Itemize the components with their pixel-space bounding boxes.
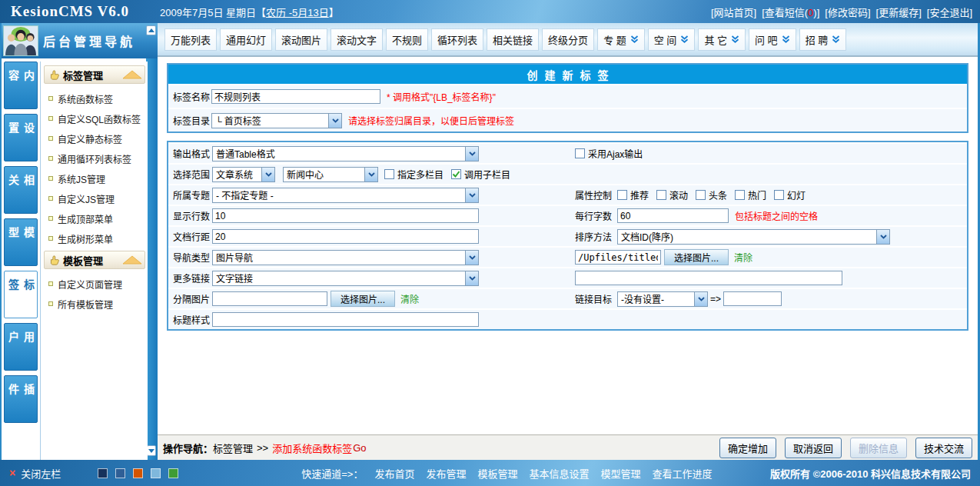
sidebar-tab-users[interactable]: 用户 xyxy=(4,323,38,371)
tag-directory-select[interactable]: └ 首页标签 xyxy=(211,113,342,128)
sidebar-tab-related[interactable]: 相关 xyxy=(4,166,38,214)
system-select[interactable]: 文章系统 xyxy=(212,167,275,182)
category-select[interactable]: 新闻中心 xyxy=(283,167,378,182)
link-target-value-input[interactable] xyxy=(723,291,782,306)
tab-space[interactable]: 空 间 xyxy=(648,28,696,51)
refresh-cache-link[interactable]: [更新缓存] xyxy=(876,5,922,19)
quick-link-publish-manage[interactable]: 发布管理 xyxy=(426,466,466,481)
choose-title-image-button[interactable]: 选择图片... xyxy=(664,249,729,265)
close-left-panel-button[interactable]: × 关闭左栏 xyxy=(9,466,61,481)
go-link[interactable]: Go xyxy=(353,442,366,454)
theme-swatch[interactable] xyxy=(133,468,143,478)
sidebar-tab-content[interactable]: 内容 xyxy=(4,62,38,109)
menu-item-custom-static-tags[interactable]: 自定义静态标签 xyxy=(43,128,146,148)
tag-name-input[interactable] xyxy=(211,89,380,104)
collapse-down-button[interactable] xyxy=(147,445,156,456)
tab-irregular[interactable]: 不规则 xyxy=(386,28,428,51)
quick-link-publish-home[interactable]: 发布首页 xyxy=(374,466,414,481)
sidebar-tab-settings[interactable]: 设置 xyxy=(4,114,38,161)
dropdown-arrow-icon xyxy=(694,292,707,306)
tag-directory-hint: 请选择标签归属目录，以便日后管理标签 xyxy=(348,114,514,127)
attr-scroll-checkbox[interactable] xyxy=(656,190,666,200)
sidebar-tab-tags[interactable]: 标签 xyxy=(4,271,38,318)
menu-item-system-js[interactable]: 系统JS管理 xyxy=(43,168,146,188)
site-home-link[interactable]: [网站首页] xyxy=(711,5,756,19)
menu-item-custom-page[interactable]: 自定义页面管理 xyxy=(43,274,146,294)
tech-support-button[interactable]: 技术交流 xyxy=(915,438,972,458)
ajax-output-checkbox[interactable] xyxy=(575,148,585,158)
quick-link-model-manage[interactable]: 模型管理 xyxy=(600,466,640,481)
menu-item-custom-js[interactable]: 自定义JS管理 xyxy=(43,188,146,208)
attr-hot-checkbox[interactable] xyxy=(735,190,745,200)
tab-ask[interactable]: 问 吧 xyxy=(749,28,796,51)
sort-method-select[interactable]: 文档ID(降序) xyxy=(617,229,890,245)
quick-link-template-manage[interactable]: 模板管理 xyxy=(477,466,517,481)
tab-universal-list[interactable]: 万能列表 xyxy=(164,28,217,51)
quick-link-basic-info[interactable]: 基本信息设置 xyxy=(529,466,589,481)
tab-pagination[interactable]: 终级分页 xyxy=(542,28,594,51)
add-system-tag-link[interactable]: 添加系统函数标签 xyxy=(272,441,352,455)
theme-swatch[interactable] xyxy=(151,468,161,478)
dropdown-arrow-icon xyxy=(465,188,478,202)
theme-swatch[interactable] xyxy=(115,468,125,478)
link-target-select[interactable]: -没有设置- xyxy=(617,291,708,307)
tab-topics[interactable]: 专 题 xyxy=(597,28,645,51)
quick-link-work-progress[interactable]: 查看工作进度 xyxy=(652,466,712,481)
menu-item-all-templates[interactable]: 所有模板管理 xyxy=(43,294,146,314)
chars-per-line-input[interactable] xyxy=(617,208,729,223)
more-link-select[interactable]: 文字链接 xyxy=(212,271,479,286)
output-format-select[interactable]: 普通Table格式 xyxy=(212,146,479,161)
display-rows-input[interactable] xyxy=(212,208,479,223)
attr-slide-checkbox[interactable] xyxy=(774,190,784,200)
tab-jobs[interactable]: 招 聘 xyxy=(799,28,847,51)
chars-per-line-label: 每行字数 xyxy=(575,209,617,222)
menu-item-system-function-tags[interactable]: 系统函数标签 xyxy=(43,88,146,108)
menu-item-tree-menu[interactable]: 生成树形菜单 xyxy=(43,228,146,248)
tab-related-links[interactable]: 相关链接 xyxy=(487,28,539,51)
view-messages-link[interactable]: [查看短信(0)] xyxy=(762,5,819,19)
output-format-label: 输出格式 xyxy=(168,147,212,160)
tab-scroll-images[interactable]: 滚动图片 xyxy=(275,28,327,51)
theme-swatch[interactable] xyxy=(98,468,108,478)
menu-section-template-management[interactable]: 模板管理 xyxy=(44,251,145,269)
more-link-url-input[interactable] xyxy=(575,271,842,285)
logout-link[interactable]: [安全退出] xyxy=(927,5,972,19)
theme-swatch[interactable] xyxy=(168,468,178,478)
line-spacing-input[interactable] xyxy=(212,229,479,244)
choose-separator-image-button[interactable]: 选择图片... xyxy=(331,291,395,307)
attr-recommend-checkbox[interactable] xyxy=(617,190,627,200)
menu-item-top-menu[interactable]: 生成顶部菜单 xyxy=(43,208,146,228)
sidebar-collapse-strip[interactable] xyxy=(146,58,158,460)
multi-category-checkbox[interactable] xyxy=(384,169,394,179)
menu-section-tag-management[interactable]: 标签管理 xyxy=(44,65,145,84)
sort-method-label: 排序方法 xyxy=(575,230,617,243)
sidebar-tab-plugins[interactable]: 插件 xyxy=(4,375,38,423)
title-image-path-input[interactable] xyxy=(575,250,661,265)
tab-slideshow[interactable]: 通用幻灯 xyxy=(220,28,272,51)
bullet-icon xyxy=(48,236,53,241)
clear-separator-image-link[interactable]: 清除 xyxy=(400,292,419,305)
collapse-up-button[interactable] xyxy=(146,25,156,35)
separator-image-input[interactable] xyxy=(212,291,327,306)
topic-select[interactable]: - 不指定专题 - xyxy=(212,188,479,203)
cancel-return-button[interactable]: 取消返回 xyxy=(785,438,842,458)
tab-scroll-text[interactable]: 滚动文字 xyxy=(331,28,383,51)
nav-type-select[interactable]: 图片导航 xyxy=(212,250,479,265)
attr-headline-checkbox[interactable] xyxy=(696,190,706,200)
menu-item-loop-list-tags[interactable]: 通用循环列表标签 xyxy=(43,148,146,168)
call-subcategory-checkbox[interactable] xyxy=(451,169,461,179)
menu-item-custom-sql-tags[interactable]: 自定义SQL函数标签 xyxy=(43,108,146,128)
tab-loop-list[interactable]: 循环列表 xyxy=(431,28,483,51)
tab-others[interactable]: 其 它 xyxy=(698,28,746,51)
title-style-input[interactable] xyxy=(212,312,479,327)
section-collapse-icon xyxy=(122,70,142,79)
tag-name-label: 标签名称 xyxy=(168,90,211,103)
tag-type-tabbar: 万能列表 通用幻灯 滚动图片 滚动文字 不规则 循环列表 相关链接 终级分页 专… xyxy=(158,23,978,57)
top-header: KesionCMS V6.0 2009年7月5日 星期日【农历 -5月13日】 … xyxy=(0,0,980,23)
lunar-date-link[interactable]: 农历 -5月13日 xyxy=(266,7,329,18)
clear-title-image-link[interactable]: 清除 xyxy=(734,251,752,264)
select-range-label: 选择范围 xyxy=(168,168,212,181)
confirm-add-button[interactable]: 确定增加 xyxy=(719,438,776,458)
change-password-link[interactable]: [修改密码] xyxy=(825,5,870,19)
sidebar-tab-model[interactable]: 模型 xyxy=(4,218,38,266)
